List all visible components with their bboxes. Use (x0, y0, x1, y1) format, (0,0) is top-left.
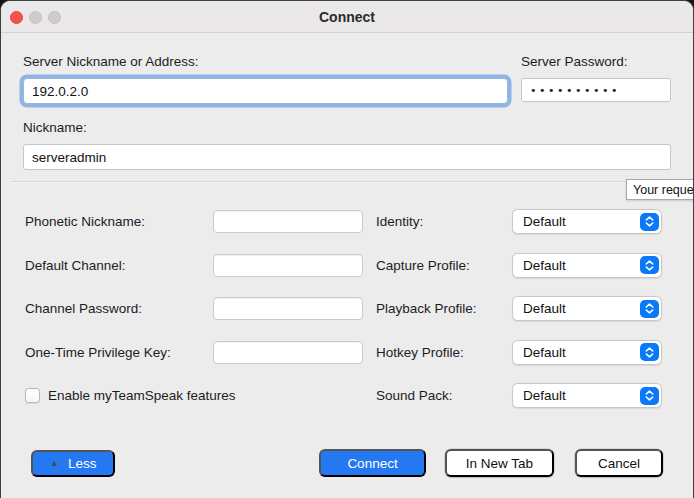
connection-section: Server Nickname or Address: 192.0.2.0 Se… (1, 33, 693, 170)
dialog-buttons: ▲ Less Connect In New Tab Cancel (1, 449, 693, 498)
close-button[interactable] (10, 11, 23, 24)
sound-pack-label: Sound Pack: (376, 388, 512, 403)
hotkey-profile-dropdown-value: Default (523, 345, 566, 360)
chevron-updown-icon (640, 213, 659, 231)
in-new-tab-button[interactable]: In New Tab (445, 449, 554, 477)
chevron-updown-icon (640, 300, 659, 318)
hotkey-profile-dropdown[interactable]: Default (512, 340, 662, 365)
hotkey-profile-label: Hotkey Profile: (376, 345, 512, 360)
privilege-key-input[interactable] (213, 341, 363, 364)
tooltip: Your reque (626, 179, 694, 200)
minimize-button (29, 11, 42, 24)
identity-label: Identity: (376, 214, 512, 229)
nickname-input[interactable]: serveradmin (23, 144, 671, 170)
less-button-label: Less (68, 456, 97, 471)
server-password-value: •••••••••• (530, 84, 620, 97)
section-divider (11, 181, 683, 183)
default-channel-input[interactable] (213, 254, 363, 277)
less-button[interactable]: ▲ Less (31, 450, 115, 477)
triangle-up-icon: ▲ (50, 459, 59, 468)
identity-dropdown[interactable]: Default (512, 209, 662, 234)
server-address-value: 192.0.2.0 (32, 84, 88, 99)
titlebar: Connect (1, 1, 693, 33)
chevron-updown-icon (640, 387, 659, 405)
channel-password-input[interactable] (213, 297, 363, 320)
sound-pack-dropdown-value: Default (523, 388, 566, 403)
server-password-input[interactable]: •••••••••• (521, 78, 671, 102)
chevron-updown-icon (640, 256, 659, 274)
capture-profile-dropdown-value: Default (523, 258, 566, 273)
capture-profile-label: Capture Profile: (376, 258, 512, 273)
server-address-input[interactable]: 192.0.2.0 (23, 78, 508, 104)
capture-profile-dropdown[interactable]: Default (512, 253, 662, 278)
channel-password-label: Channel Password: (25, 301, 213, 316)
myteamspeak-label: Enable myTeamSpeak features (48, 388, 236, 403)
traffic-lights (10, 1, 61, 33)
identity-dropdown-value: Default (523, 214, 566, 229)
advanced-options-section: Phonetic Nickname: Identity: Default Def… (1, 200, 693, 418)
connect-dialog: Connect Server Nickname or Address: 192.… (0, 0, 694, 498)
phonetic-nickname-label: Phonetic Nickname: (25, 214, 213, 229)
default-channel-label: Default Channel: (25, 258, 213, 273)
connect-button[interactable]: Connect (319, 449, 425, 477)
zoom-button (48, 11, 61, 24)
phonetic-nickname-input[interactable] (213, 210, 363, 233)
chevron-updown-icon (640, 343, 659, 361)
server-address-label: Server Nickname or Address: (23, 54, 508, 69)
cancel-button[interactable]: Cancel (575, 449, 663, 477)
sound-pack-dropdown[interactable]: Default (512, 383, 662, 408)
server-password-label: Server Password: (521, 54, 671, 69)
privilege-key-label: One-Time Privilege Key: (25, 345, 213, 360)
nickname-label: Nickname: (23, 120, 671, 135)
playback-profile-dropdown[interactable]: Default (512, 296, 662, 321)
window-title: Connect (1, 9, 693, 25)
myteamspeak-checkbox[interactable] (25, 388, 40, 403)
nickname-value: serveradmin (32, 150, 106, 165)
playback-profile-dropdown-value: Default (523, 301, 566, 316)
playback-profile-label: Playback Profile: (376, 301, 512, 316)
